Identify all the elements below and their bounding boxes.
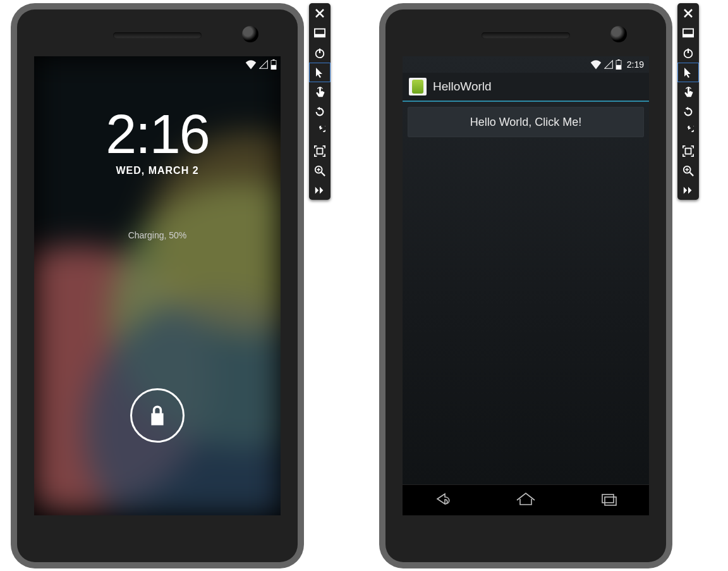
pointer-mode-button[interactable] [309,63,331,82]
app-title: HelloWorld [433,80,492,94]
emulator-window-2: 2:19 HelloWorld Hello World, Click Me! [379,3,672,568]
back-button[interactable] [431,491,456,509]
svg-line-21 [690,172,693,175]
power-button[interactable] [677,43,699,63]
zoom-button[interactable] [309,161,331,180]
app-icon [409,78,427,95]
touch-mode-button[interactable] [677,82,699,102]
hello-world-button[interactable]: Hello World, Click Me! [408,107,644,137]
svg-rect-4 [315,34,325,37]
zoom-button[interactable] [677,161,699,180]
cell-signal-icon [604,59,613,70]
rotate-cw-button[interactable] [677,121,699,141]
home-button[interactable] [513,491,538,509]
phone-bezel: 2:19 HelloWorld Hello World, Click Me! [385,9,666,562]
button-label: Hello World, Click Me! [470,116,582,129]
unlock-handle[interactable] [130,388,185,443]
wifi-icon [245,59,257,70]
more-button[interactable] [677,180,699,200]
wifi-icon [590,59,602,70]
svg-line-9 [322,172,325,175]
lock-time: 2:16 [34,102,281,166]
charging-status: Charging, 50% [34,230,281,240]
status-time: 2:19 [627,59,644,70]
close-button[interactable] [309,3,331,23]
close-button[interactable] [677,3,699,23]
svg-rect-13 [602,494,614,503]
recent-apps-button[interactable] [595,491,621,509]
phone-camera [242,26,258,42]
phone-bezel: 2:16 WED, MARCH 2 Charging, 50% [17,9,298,562]
svg-rect-2 [271,65,276,70]
pointer-mode-button[interactable] [677,63,699,82]
rotate-ccw-button[interactable] [309,102,331,121]
lock-date: WED, MARCH 2 [34,165,281,176]
phone-speaker [482,32,570,39]
screenshot-button[interactable] [677,141,699,161]
svg-rect-7 [317,148,323,154]
emulator-window-1: 2:16 WED, MARCH 2 Charging, 50% [11,3,304,568]
svg-rect-16 [683,34,693,37]
rotate-ccw-button[interactable] [677,102,699,121]
svg-rect-12 [616,65,621,70]
battery-icon [616,59,622,70]
more-button[interactable] [309,180,331,200]
rotate-cw-button[interactable] [309,121,331,141]
lock-icon [148,404,167,427]
phone-camera [610,26,627,42]
phone-screen[interactable]: 2:16 WED, MARCH 2 Charging, 50% [34,56,281,515]
svg-rect-14 [605,497,616,505]
status-bar[interactable] [34,56,281,73]
power-button[interactable] [309,43,331,63]
phone-speaker [113,32,202,39]
emulator-toolbar-2 [677,3,699,200]
battery-icon [270,59,277,70]
svg-rect-19 [686,148,691,154]
status-bar[interactable]: 2:19 [403,56,649,73]
emulator-toolbar-1 [309,3,331,200]
cell-signal-icon [259,59,268,70]
navigation-bar [403,484,649,515]
phone-screen[interactable]: 2:19 HelloWorld Hello World, Click Me! [403,56,649,515]
screenshot-button[interactable] [309,141,331,161]
action-bar: HelloWorld [403,73,649,102]
touch-mode-button[interactable] [309,82,331,102]
minimize-button[interactable] [677,23,699,42]
minimize-button[interactable] [309,23,331,42]
